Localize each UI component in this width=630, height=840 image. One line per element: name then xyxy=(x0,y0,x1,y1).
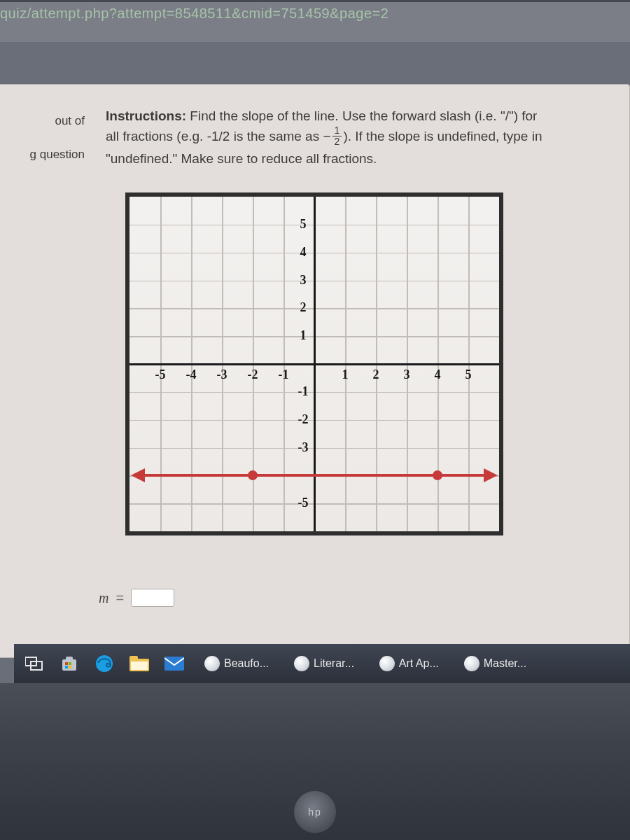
quiz-card: out of g question Instructions: Find the… xyxy=(0,84,630,658)
chrome-icon xyxy=(464,656,479,671)
instructions-label: Instructions: xyxy=(106,108,186,123)
taskbar-label: Literar... xyxy=(314,657,354,670)
chrome-icon xyxy=(294,656,309,671)
edge-icon[interactable] xyxy=(94,653,115,674)
laptop-body: hp xyxy=(0,683,630,840)
slope-input[interactable] xyxy=(131,589,174,607)
taskbar: Beaufo... Literar... Art Ap... Master... xyxy=(14,644,630,683)
taskbar-label: Beaufo... xyxy=(224,657,269,670)
microsoft-store-icon[interactable] xyxy=(59,653,80,674)
chrome-icon xyxy=(204,656,220,671)
chrome-icon xyxy=(379,656,395,671)
taskbar-label: Art Ap... xyxy=(399,657,439,670)
url-text: quiz/attempt.php?attempt=8548511&cmid=75… xyxy=(0,6,388,22)
svg-rect-6 xyxy=(65,666,68,668)
mail-icon[interactable] xyxy=(164,653,185,674)
svg-rect-12 xyxy=(164,657,184,671)
svg-rect-5 xyxy=(69,662,71,665)
taskbar-item-master[interactable]: Master... xyxy=(458,653,532,674)
answer-row: m = xyxy=(99,589,174,607)
task-view-icon[interactable] xyxy=(24,653,45,674)
instructions-fraction: −12 xyxy=(323,129,343,144)
question-meta: out of g question xyxy=(0,113,85,180)
taskbar-item-art-ap[interactable]: Art Ap... xyxy=(374,653,444,674)
url-bar: quiz/attempt.php?attempt=8548511&cmid=75… xyxy=(0,0,630,42)
flag-question-link[interactable]: g question xyxy=(0,146,85,163)
taskbar-label: Master... xyxy=(484,657,526,670)
svg-rect-11 xyxy=(131,662,148,670)
file-explorer-icon[interactable] xyxy=(129,653,150,674)
svg-rect-10 xyxy=(130,656,138,662)
svg-rect-3 xyxy=(66,657,73,661)
mark-out-of: out of xyxy=(0,113,85,130)
coordinate-grid: -5-4-3-2-11234554321-1-2-3-5 xyxy=(125,192,503,536)
slope-var: m xyxy=(99,590,108,606)
taskbar-item-beaufo[interactable]: Beaufo... xyxy=(199,653,274,674)
hp-logo: hp xyxy=(294,791,336,833)
svg-rect-7 xyxy=(69,666,71,668)
taskbar-item-literar[interactable]: Literar... xyxy=(288,653,360,674)
equals-sign: = xyxy=(115,590,124,606)
svg-rect-4 xyxy=(65,662,68,665)
question-body: Instructions: Find the slope of the line… xyxy=(106,106,554,536)
